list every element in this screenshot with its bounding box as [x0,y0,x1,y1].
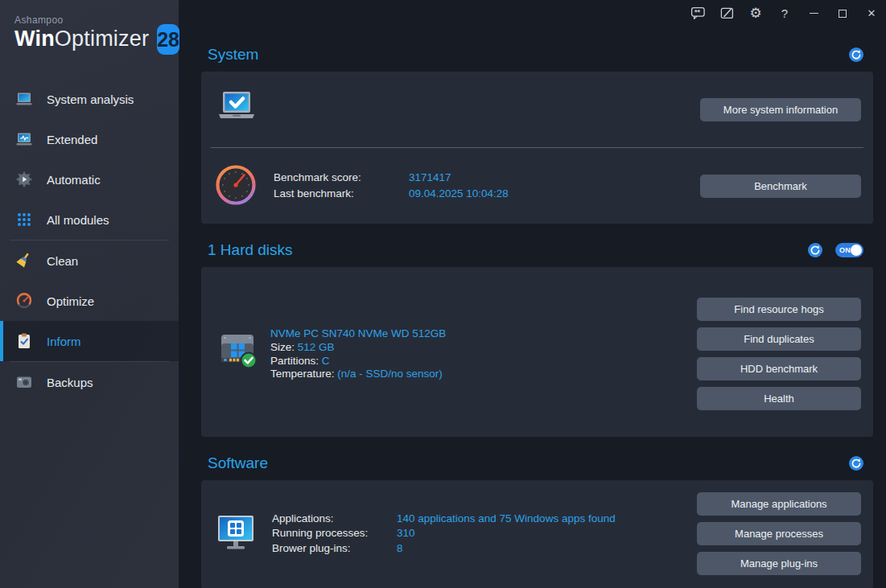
sidebar-item-optimize[interactable]: Optimize [0,281,179,321]
harddisks-toggle[interactable]: ON [835,243,863,257]
section-title-harddisks: 1 Hard disks [208,241,293,259]
benchmark-row: Benchmark score: 3171417 Last benchmark:… [201,148,873,224]
disk-temperature-label: Temperature: [270,368,335,380]
sidebar: Ashampoo WinOptimizer 28 System analysis… [0,0,179,588]
refresh-icon[interactable] [849,47,863,62]
hdd-benchmark-button[interactable]: HDD benchmark [697,357,861,380]
speedometer-icon [14,291,34,310]
sidebar-item-system-analysis[interactable]: System analysis [0,79,179,119]
maximize-icon[interactable] [828,0,857,27]
sidebar-item-label: Extended [47,133,97,146]
sidebar-item-label: Backups [47,376,93,389]
sidebar-item-automatic[interactable]: Automatic [0,159,179,199]
sidebar-menu: System analysis Extended Automatic All m… [0,79,179,402]
manage-applications-button[interactable]: Manage applications [697,492,861,516]
plugins-label: Brower plug-ins: [272,541,397,557]
harddisk-check-icon [216,327,258,369]
modules-grid-icon [14,210,34,229]
harddisk-buttons: Find resource hogs Find duplicates HDD b… [697,298,861,410]
manage-plugins-button[interactable]: Manage plug-ins [697,552,861,575]
benchmark-gauge-icon [216,165,258,207]
titlebar: ** ⚙ ? ✕ [179,0,886,27]
system-info-row: More system information [201,72,873,147]
sidebar-item-extended[interactable]: Extended [0,119,179,159]
more-system-information-button[interactable]: More system information [700,98,861,121]
benchmark-fields: Benchmark score: 3171417 Last benchmark:… [274,170,509,202]
sidebar-item-label: System analysis [47,93,134,106]
applications-label: Applications: [272,512,397,527]
version-badge: 28 [157,24,179,55]
minimize-icon[interactable] [799,0,828,27]
system-card: More system information Benchmark score:… [201,72,873,224]
harddisks-section-header: 1 Hard disks ON [208,240,873,261]
sidebar-item-label: Inform [47,335,81,348]
svg-text:**: ** [694,8,701,16]
refresh-icon[interactable] [808,243,822,257]
toggle-knob [851,245,862,256]
harddisk-card: NVMe PC SN740 NVMe WD 512GB Size: 512 GB… [201,267,873,437]
disk-size-value: 512 GB [298,341,335,353]
sidebar-item-all-modules[interactable]: All modules [0,199,179,240]
software-card: Applications: 140 applications and 75 Wi… [201,480,873,588]
app-window: Ashampoo WinOptimizer 28 System analysis… [0,0,886,588]
system-section-header: System [208,44,873,65]
disk-name: NVMe PC SN740 NVMe WD 512GB [270,327,446,341]
manage-processes-button[interactable]: Manage processes [697,522,861,545]
brand-name: Ashampoo [14,14,149,26]
disk-partitions-value: C [322,355,330,367]
benchmark-score-value: 3171417 [409,170,451,186]
last-benchmark-label: Last benchmark: [274,186,409,202]
last-benchmark-value: 09.04.2025 10:04:28 [409,186,509,202]
plugins-value: 8 [397,541,403,557]
sidebar-item-label: Clean [47,254,78,268]
disk-size-label: Size: [270,341,295,353]
disk-temperature-value: (n/a - SSD/no sensor) [337,368,443,380]
find-duplicates-button[interactable]: Find duplicates [697,327,861,351]
sidebar-item-label: Automatic [47,173,101,187]
processes-value: 310 [397,526,415,541]
find-resource-hogs-button[interactable]: Find resource hogs [697,298,861,321]
sidebar-item-label: All modules [47,213,109,227]
product-name: WinOptimizer [14,27,149,51]
close-icon[interactable]: ✕ [857,0,886,27]
main-area: ** ⚙ ? ✕ System [179,0,886,588]
toggle-on-label: ON [839,246,851,254]
broom-icon [14,251,34,270]
backup-camera-icon [14,372,34,392]
help-icon[interactable]: ? [770,0,799,27]
disk-partitions-label: Partitions: [270,355,319,367]
content: System More system information [179,27,886,588]
processes-label: Running processes: [272,526,397,541]
benchmark-score-label: Benchmark score: [274,170,409,186]
sidebar-item-backups[interactable]: Backups [0,362,179,402]
benchmark-button[interactable]: Benchmark [700,175,861,198]
settings-gear-icon[interactable]: ⚙ [741,0,770,27]
feedback-icon[interactable]: ** [683,0,712,27]
sidebar-item-clean[interactable]: Clean [0,241,179,281]
refresh-icon[interactable] [849,456,863,471]
notes-icon[interactable] [712,0,741,27]
app-logo: Ashampoo WinOptimizer 28 [0,0,179,68]
health-button[interactable]: Health [697,387,861,410]
monitor-pulse-icon [14,130,34,149]
section-title-software: Software [208,454,268,472]
clipboard-check-icon [14,331,34,351]
sidebar-item-label: Optimize [47,294,94,308]
software-section-header: Software [208,453,873,474]
harddisk-info: NVMe PC SN740 NVMe WD 512GB Size: 512 GB… [216,327,446,381]
laptop-icon [14,89,34,109]
laptop-check-icon [216,88,258,130]
software-buttons: Manage applications Manage processes Man… [697,492,861,575]
applications-value: 140 applications and 75 Windows apps fou… [397,512,616,527]
apps-monitor-icon [216,513,256,555]
section-title-system: System [208,46,258,64]
gear-play-icon [14,170,34,189]
software-info: Applications: 140 applications and 75 Wi… [216,512,616,557]
sidebar-item-inform[interactable]: Inform [0,321,179,361]
